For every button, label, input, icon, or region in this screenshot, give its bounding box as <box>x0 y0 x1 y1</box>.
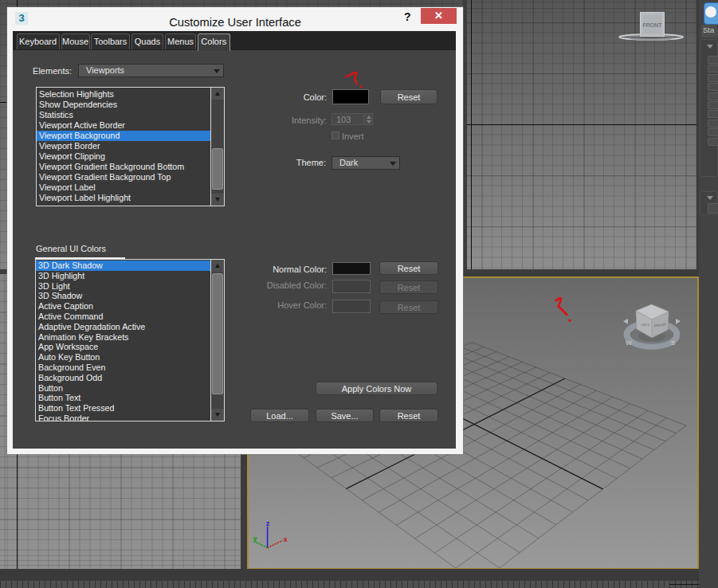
svg-text:FRONT: FRONT <box>642 22 662 28</box>
